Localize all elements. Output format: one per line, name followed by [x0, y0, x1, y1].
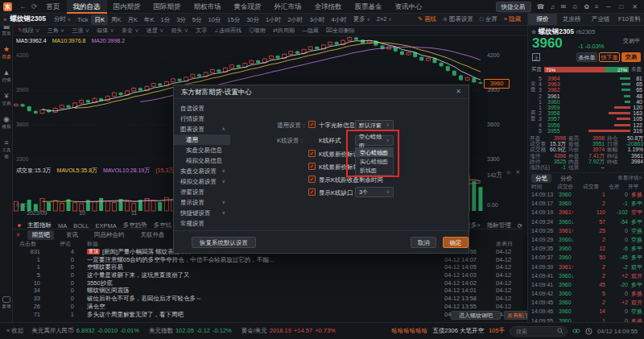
post-title[interactable]: 一定要注意螺05合约的多空争夺持仓，中信不会轻易放过它的，不能…: [87, 256, 440, 264]
post-title[interactable]: 螺纹钢区间震荡: [87, 287, 440, 295]
dialog-sidebar-通用[interactable]: 通用: [174, 134, 230, 145]
post-title[interactable]: 这个量是谁砸下来，这玩意直接崩了又: [87, 271, 440, 279]
period-月K[interactable]: 月K: [124, 14, 141, 25]
交易-button[interactable]: 交易: [621, 52, 641, 62]
nav-item-3[interactable]: 国际期货: [147, 0, 188, 14]
tool-隐藏[interactable]: » 隐藏: [504, 15, 521, 23]
minimize-button[interactable]: ─: [605, 3, 613, 10]
view-detail-link[interactable]: 查看详情>: [617, 175, 642, 182]
restore-defaults-button[interactable]: 恢复系统默认设置: [192, 237, 256, 248]
dialog-sidebar-自选设置[interactable]: 自选设置: [174, 103, 230, 114]
draw-tool-6[interactable]: 箭头 ∨: [171, 27, 189, 35]
gap-checkbox[interactable]: ✓: [308, 188, 316, 196]
collapse-button[interactable]: « 收起: [6, 327, 23, 335]
dialog-sidebar-实盘交易信息[interactable]: 实盘交易信息: [174, 145, 230, 155]
period-10分[interactable]: 10分: [205, 14, 225, 25]
period-周K[interactable]: 周K: [108, 14, 125, 25]
draw-tool-2[interactable]: 三浪 ∨: [72, 27, 89, 35]
period-年K[interactable]: 年K: [141, 14, 158, 25]
rail-item-自选[interactable]: ★自选: [0, 45, 13, 60]
gap-count-dropdown[interactable]: 3个∨: [355, 187, 394, 197]
period-分时[interactable]: 分时 ∨: [51, 14, 74, 25]
forum-tab-关联外盘[interactable]: 关联外盘: [136, 230, 168, 240]
dialog-sidebar-图表设置[interactable]: 图表设置∧: [174, 124, 230, 134]
forum-row[interactable]: 330破位后补仓不可多，若回位后才可轻仓多～04-12 13:5804-12: [13, 295, 523, 303]
kline-option-折线图[interactable]: 折线图: [356, 166, 393, 175]
nav-item-0[interactable]: 首页: [40, 0, 67, 14]
nav-item-9[interactable]: 资讯中心: [389, 0, 429, 14]
period-5分[interactable]: 5分: [189, 14, 205, 25]
nav-item-8[interactable]: 股票基金: [349, 0, 389, 14]
period-4小时[interactable]: 4小时: [328, 14, 350, 25]
forum-row[interactable]: 260满仓空04-12 13:5504-12: [13, 303, 523, 311]
forum-tab-资讯[interactable]: 资讯: [62, 230, 82, 240]
nav-item-6[interactable]: 外汇市场: [268, 0, 308, 14]
headset-icon[interactable]: ☎: [537, 3, 545, 10]
collapse-panel-icon[interactable]: »: [14, 233, 22, 236]
kline-option-实心蜡烛图[interactable]: 实心蜡烛图: [356, 157, 393, 166]
forum-tab-期货吧[interactable]: 期货吧: [27, 230, 54, 240]
nav-item-4[interactable]: 期权市场: [188, 0, 228, 14]
tick-tab-分价[interactable]: 分价: [556, 174, 576, 183]
draw-tool-3[interactable]: 箱体 ∨: [97, 27, 114, 35]
tool-图表设置[interactable]: ⊙ 图表设置: [443, 15, 473, 23]
快下单-button[interactable]: 快下单: [599, 52, 620, 62]
latest-price-tag-checkbox[interactable]: ✓: [308, 163, 316, 170]
period-Tick[interactable]: Tick: [74, 14, 91, 25]
forum-row[interactable]: 340螺纹钢区间震荡04-12 14:0104-12: [13, 287, 523, 295]
dialog-sidebar-常规设置[interactable]: 常规设置: [174, 218, 230, 229]
条件单-button[interactable]: 条件单: [576, 52, 597, 62]
tick-tab-分笔[interactable]: 分笔: [531, 174, 551, 183]
draw-tool-9[interactable]: ◎吸附: [249, 27, 266, 35]
search-icon[interactable]: [557, 328, 564, 334]
period-1分[interactable]: 1分: [157, 14, 173, 25]
maximize-button[interactable]: □: [617, 3, 625, 10]
refresh-icon[interactable]: ⟳: [29, 2, 40, 10]
period-3小时[interactable]: 3小时: [306, 14, 328, 25]
period-更多[interactable]: 更多 ∨: [350, 14, 374, 25]
period-2小时[interactable]: 2小时: [284, 14, 306, 25]
draw-tool-7[interactable]: 文字: [196, 27, 207, 35]
cancel-button[interactable]: 取消: [411, 237, 436, 248]
post-title[interactable]: 多头这个周里解套无望了，看下周吧: [87, 311, 440, 319]
period-15分[interactable]: 15分: [224, 14, 243, 25]
mail-icon[interactable]: ✉: [561, 3, 567, 10]
user-icon[interactable]: ☺: [572, 3, 578, 10]
tool-全屏[interactable]: □ 全屏: [480, 15, 497, 23]
quote-tab-F10资料[interactable]: F10资料: [615, 14, 644, 25]
latest-price-mark-checkbox[interactable]: ✓: [308, 150, 316, 157]
expand-icon[interactable]: »: [3, 16, 6, 23]
quick-trade-button[interactable]: 快捷交易: [496, 2, 531, 12]
forum-row[interactable]: 10空螺纹要容易04-12 14:0504-12: [13, 263, 523, 271]
crosshair-dropdown[interactable]: 默认浮窗∨: [355, 120, 394, 130]
dialog-sidebar-实盘交易设置[interactable]: 实盘交易设置∨: [174, 166, 230, 176]
period-日K[interactable]: 日K: [91, 14, 108, 25]
quote-tab-报价[interactable]: 报价: [528, 14, 557, 25]
forum-row[interactable]: 10一定要注意螺05合约的多空争夺持仓，中信不会轻易放过它的，不能…04-12 …: [13, 256, 523, 264]
rail-item-工具箱[interactable]: ≡工具箱: [0, 138, 13, 161]
tool-画线[interactable]: ✎ 画线: [418, 15, 436, 23]
crosshair-checkbox[interactable]: ✓: [308, 121, 316, 128]
enter-forum-button[interactable]: 进入螺纹钢吧: [451, 311, 501, 320]
dialog-close-icon[interactable]: ✕: [456, 85, 461, 98]
nav-item-5[interactable]: 黄金现货: [228, 0, 268, 14]
dialog-sidebar-弹窗设置[interactable]: 弹窗设置: [174, 187, 230, 197]
period-1小时[interactable]: 1小时: [262, 14, 284, 25]
nav-item-1[interactable]: 我的自选: [67, 0, 107, 14]
layout-selector[interactable]: 2×2 ∨: [374, 14, 395, 25]
close-button[interactable]: ✕: [630, 3, 639, 10]
rail-item-模拟[interactable]: ◉模拟: [0, 115, 13, 130]
dialog-sidebar-快捷键设置[interactable]: 快捷键设置∨: [174, 208, 230, 218]
forum-row[interactable]: 1003550抄底04-12 14:0204-12: [13, 279, 523, 287]
draw-tool-12[interactable]: ⌧全部删除: [326, 27, 355, 35]
period-3分[interactable]: 3分: [173, 14, 189, 25]
dialog-sidebar-显示设置[interactable]: 显示设置∨: [174, 197, 230, 208]
draw-tool-10[interactable]: ⇄跨周期: [273, 27, 295, 35]
bell-icon[interactable]: ♫: [551, 3, 555, 10]
kline-style-dropdown[interactable]: 空心蜡烛图∨: [355, 135, 394, 146]
draw-tool-4[interactable]: 黄金 ∨: [122, 27, 139, 35]
remaining-time-checkbox[interactable]: ✓: [308, 176, 316, 183]
nav-item-7[interactable]: 全球指数: [308, 0, 349, 14]
post-title[interactable]: 满仓空: [87, 303, 440, 311]
draw-tool-11[interactable]: —隐藏: [302, 27, 319, 35]
